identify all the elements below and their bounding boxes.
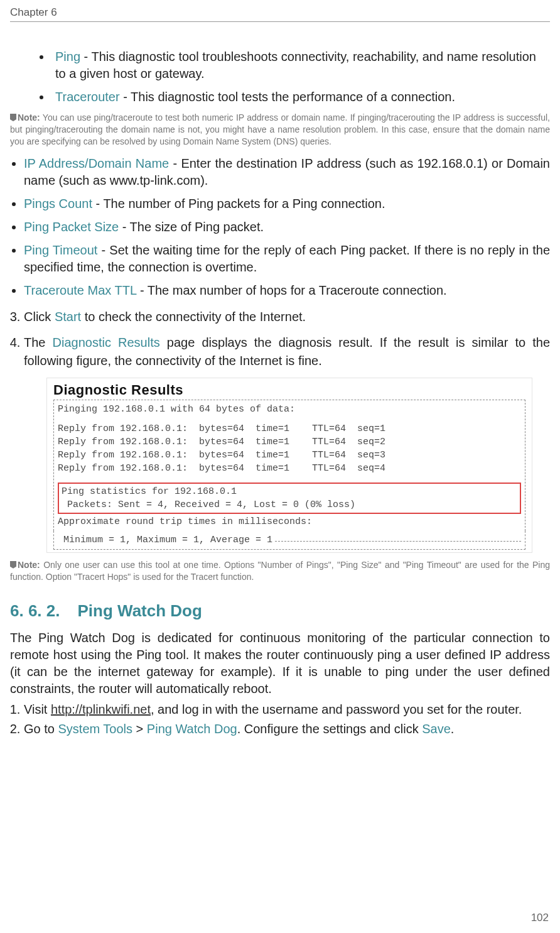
diag-title: Diagnostic Results	[53, 382, 525, 398]
bookmark-icon	[10, 114, 16, 121]
note-text: You can use ping/traceroute to test both…	[10, 112, 550, 146]
diag-reply-2: Reply from 192.168.0.1: bytes=64 time=1 …	[58, 435, 521, 449]
diag-stat-1: Ping statistics for 192.168.0.1	[62, 485, 517, 498]
pwd-step-2: Go to System Tools > Ping Watch Dog. Con…	[24, 721, 550, 738]
trace-term: Tracerouter	[55, 90, 120, 104]
diag-reply-3: Reply from 192.168.0.1: bytes=64 time=1 …	[58, 449, 521, 462]
diag-tool-list: Ping - This diagnostic tool troubleshoot…	[10, 48, 550, 106]
param-list: IP Address/Domain Name - Enter the desti…	[10, 155, 550, 299]
ping-desc: - This diagnostic tool troubleshoots con…	[55, 50, 536, 80]
chapter-label: Chapter 6	[10, 6, 57, 19]
note-single-user: Note: Only one user can use this tool at…	[10, 559, 550, 583]
trace-desc: - This diagnostic tool tests the perform…	[120, 90, 455, 104]
section-heading: 6. 6. 2.Ping Watch Dog	[10, 601, 550, 621]
note-dns: Note: You can use ping/traceroute to tes…	[10, 112, 550, 148]
page-number: 102	[531, 912, 549, 924]
param-timeout: Ping Timeout - Set the waiting time for …	[24, 242, 550, 276]
step-4: The Diagnostic Results page displays the…	[24, 334, 550, 370]
diag-stat-2: Packets: Sent = 4, Received = 4, Lost = …	[62, 498, 517, 511]
ping-term: Ping	[55, 50, 80, 63]
diag-reply-4: Reply from 192.168.0.1: bytes=64 time=1 …	[58, 462, 521, 475]
section-number: 6. 6. 2.	[10, 601, 60, 620]
step-3: Click Start to check the connectivity of…	[24, 308, 550, 326]
param-ip: IP Address/Domain Name - Enter the desti…	[24, 155, 550, 189]
page-header: Chapter 6	[10, 6, 550, 22]
diag-stats-highlight: Ping statistics for 192.168.0.1 Packets:…	[58, 483, 521, 514]
note2-label: Note:	[18, 560, 40, 570]
diag-approx-2: Minimum = 1, Maximum = 1, Average = 1	[58, 533, 272, 547]
diag-approx-1: Approximate round trip times in millisec…	[58, 515, 521, 528]
tplink-url[interactable]: http://tplinkwifi.net	[51, 702, 151, 716]
param-pings-count: Pings Count - The number of Ping packets…	[24, 195, 550, 212]
param-pkt-size: Ping Packet Size - The size of Ping pack…	[24, 219, 550, 236]
pwd-step-1: Visit http://tplinkwifi.net, and log in …	[24, 701, 550, 718]
section-title: Ping Watch Dog	[78, 601, 202, 620]
bookmark-icon	[10, 561, 16, 569]
param-ttl: Traceroute Max TTL - The max number of h…	[24, 282, 550, 299]
pwd-paragraph: The Ping Watch Dog is dedicated for cont…	[10, 630, 550, 697]
step-list: Click Start to check the connectivity of…	[10, 308, 550, 370]
diagnostic-results-box: Diagnostic Results Pinging 192.168.0.1 w…	[46, 378, 532, 553]
note2-text: Only one user can use this tool at one t…	[10, 560, 550, 582]
diag-ping-line: Pinging 192.168.0.1 with 64 bytes of dat…	[58, 403, 521, 416]
ping-item: Ping - This diagnostic tool troubleshoot…	[51, 48, 550, 82]
tracerouter-item: Tracerouter - This diagnostic tool tests…	[51, 89, 550, 106]
pwd-steps: Visit http://tplinkwifi.net, and log in …	[10, 701, 550, 738]
diag-reply-1: Reply from 192.168.0.1: bytes=64 time=1 …	[58, 422, 521, 435]
note-label: Note:	[18, 112, 40, 123]
